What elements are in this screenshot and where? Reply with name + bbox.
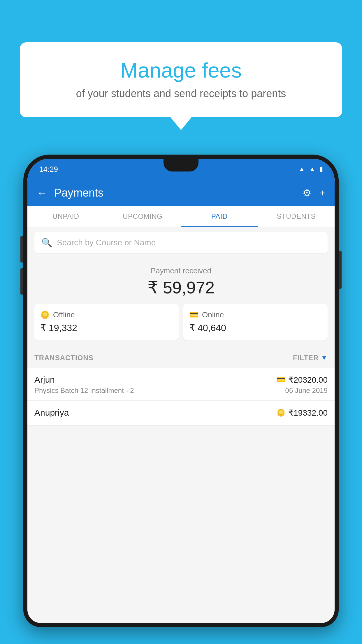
battery-icon: ▮ — [319, 165, 323, 173]
phone-screen: 14:29 ▲ ▲ ▮ ← Payments ⚙ + UNPAID — [27, 159, 335, 623]
transactions-list: Arjun 💳 ₹20320.00 Physics Batch 12 Insta… — [27, 368, 335, 426]
speech-bubble-section: Manage fees of your students and send re… — [20, 42, 342, 130]
filter-label: FILTER — [293, 354, 319, 362]
online-label: Online — [202, 310, 224, 319]
transaction-bottom-row: Physics Batch 12 Installment - 2 06 June… — [34, 386, 328, 395]
bubble-title: Manage fees — [37, 58, 325, 82]
speech-bubble: Manage fees of your students and send re… — [20, 42, 342, 117]
header-actions: ⚙ + — [303, 187, 325, 199]
tab-unpaid[interactable]: UNPAID — [27, 206, 104, 227]
transaction-course: Physics Batch 12 Installment - 2 — [34, 386, 134, 395]
search-container: 🔍 Search by Course or Name — [27, 227, 335, 258]
payment-summary: Payment received ₹ 59,972 🪙 Offline ₹ 19… — [27, 258, 335, 348]
app-header: ← Payments ⚙ + — [27, 180, 335, 206]
add-icon[interactable]: + — [319, 187, 325, 199]
offline-payment-icon: 🪙 — [277, 409, 285, 417]
payment-received-label: Payment received — [34, 266, 328, 275]
payment-total-amount: ₹ 59,972 — [34, 278, 328, 298]
transaction-amount-2: ₹19332.00 — [288, 408, 328, 418]
power-button — [339, 251, 342, 289]
transaction-name-2: Anupriya — [34, 408, 69, 418]
search-icon: 🔍 — [41, 237, 52, 248]
payment-cards: 🪙 Offline ₹ 19,332 💳 Online ₹ 40,640 — [34, 304, 328, 340]
transactions-header: TRANSACTIONS FILTER ▼ — [27, 348, 335, 368]
transaction-top-row: Arjun 💳 ₹20320.00 — [34, 375, 328, 385]
offline-icon: 🪙 — [40, 310, 50, 319]
settings-icon[interactable]: ⚙ — [303, 187, 311, 199]
volume-down-button — [20, 268, 23, 295]
phone-notch — [164, 159, 198, 172]
status-time: 14:29 — [39, 165, 58, 174]
online-card-header: 💳 Online — [189, 310, 322, 319]
signal-icon: ▲ — [309, 165, 315, 173]
volume-up-button — [20, 236, 23, 262]
header-title: Payments — [54, 187, 303, 199]
online-card: 💳 Online ₹ 40,640 — [183, 304, 328, 340]
transaction-name: Arjun — [34, 375, 55, 385]
speech-bubble-arrow — [171, 117, 191, 130]
transaction-amount-wrapper: 💳 ₹20320.00 — [277, 375, 328, 385]
phone-wrapper: 14:29 ▲ ▲ ▮ ← Payments ⚙ + UNPAID — [23, 155, 339, 644]
online-payment-icon: 💳 — [277, 376, 285, 384]
table-row[interactable]: Arjun 💳 ₹20320.00 Physics Batch 12 Insta… — [27, 368, 335, 401]
offline-card: 🪙 Offline ₹ 19,332 — [34, 304, 179, 340]
transaction-date: 06 June 2019 — [285, 386, 328, 395]
status-bar: 14:29 ▲ ▲ ▮ — [27, 159, 335, 180]
wifi-icon: ▲ — [298, 165, 305, 173]
online-amount: ₹ 40,640 — [189, 322, 322, 333]
transaction-amount: ₹20320.00 — [288, 375, 328, 385]
offline-label: Offline — [53, 310, 75, 319]
search-bar[interactable]: 🔍 Search by Course or Name — [34, 232, 328, 253]
transaction-amount-wrapper-2: 🪙 ₹19332.00 — [277, 408, 328, 418]
status-icons: ▲ ▲ ▮ — [298, 165, 323, 173]
bubble-subtitle: of your students and send receipts to pa… — [37, 88, 325, 100]
filter-icon: ▼ — [321, 354, 328, 362]
offline-card-header: 🪙 Offline — [40, 310, 173, 319]
transaction-top-row-2: Anupriya 🪙 ₹19332.00 — [34, 408, 328, 418]
back-button[interactable]: ← — [37, 187, 47, 199]
filter-button[interactable]: FILTER ▼ — [293, 354, 328, 362]
tab-paid[interactable]: PAID — [181, 206, 258, 227]
offline-amount: ₹ 19,332 — [40, 322, 173, 333]
tabs-bar: UNPAID UPCOMING PAID STUDENTS — [27, 206, 335, 227]
tab-upcoming[interactable]: UPCOMING — [104, 206, 181, 227]
online-icon: 💳 — [189, 310, 198, 319]
table-row[interactable]: Anupriya 🪙 ₹19332.00 — [27, 401, 335, 426]
search-input[interactable]: Search by Course or Name — [57, 238, 156, 247]
transactions-label: TRANSACTIONS — [34, 354, 94, 362]
phone-frame: 14:29 ▲ ▲ ▮ ← Payments ⚙ + UNPAID — [23, 155, 339, 627]
tab-students[interactable]: STUDENTS — [258, 206, 335, 227]
